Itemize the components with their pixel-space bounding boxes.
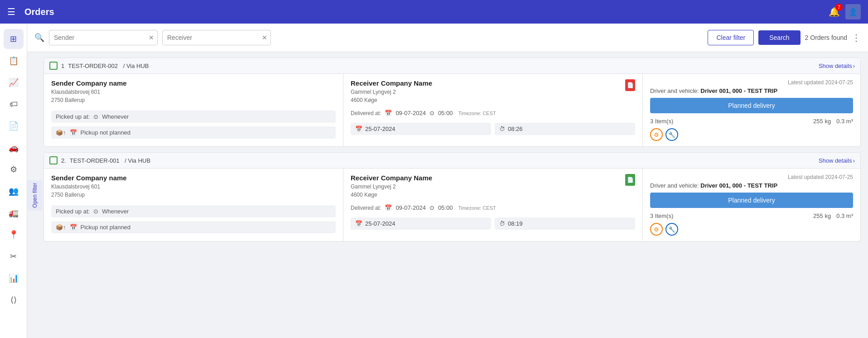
receiver-section: Receiver Company Name Gammel Lyngvej 2 4… <box>343 169 643 241</box>
driver-value: Driver 001, 000 - TEST TRIP <box>700 182 777 189</box>
receiver-address: Gammel Lyngvej 2 4600 Køge <box>351 183 432 199</box>
pickup-bar: 📦↑ 📅 Pickup not planned <box>51 126 336 139</box>
document-icon-green: 📄 <box>625 174 635 186</box>
sidebar-item-users[interactable]: 👥 <box>4 181 24 201</box>
order-number: 1 <box>61 63 64 69</box>
sidebar-item-dashboard[interactable]: ⊞ <box>4 29 24 49</box>
action-icons: ⚙ 🔧 <box>650 223 853 236</box>
delivery-time-icon: ⏱ <box>499 126 505 132</box>
sidebar-item-reports[interactable]: 📊 <box>4 268 24 288</box>
delivery-time-pill: ⏱ 08:19 <box>495 217 635 230</box>
box-icon: 📦↑ <box>56 129 66 136</box>
planned-delivery-button[interactable]: Planned delivery <box>650 193 853 208</box>
latest-updated: Latest updated 2024-07-25 <box>788 79 853 86</box>
order-checkbox[interactable] <box>49 62 58 70</box>
order-id: TEST-ORDER-002 <box>68 63 118 69</box>
sidebar-item-locations[interactable]: 📍 <box>4 225 24 245</box>
sidebar-item-documents[interactable]: 📄 <box>4 116 24 136</box>
info-top: Latest updated 2024-07-25 <box>650 79 853 86</box>
sender-section: Sender Company name Klausdalsbrovej 601 … <box>44 74 343 146</box>
sidebar-item-vehicles[interactable]: 🚗 <box>4 138 24 158</box>
receiver-section: Receiver Company Name Gammel Lyngvej 2 4… <box>343 74 643 146</box>
user-avatar[interactable]: 👤 <box>845 4 861 19</box>
delivered-clock-icon: ⊙ <box>429 110 434 116</box>
delivered-cal-icon: 📅 <box>385 110 392 116</box>
sender-address: Klausdalsbrovej 601 2750 Ballerup <box>51 183 336 199</box>
order-body: Sender Company name Klausdalsbrovej 601 … <box>44 169 860 241</box>
document-icon-red: 📄 <box>625 79 635 91</box>
action-icon-settings[interactable]: ⚙ <box>650 223 663 236</box>
receiver-clear-icon[interactable]: ✕ <box>262 34 267 41</box>
order-card: 1 TEST-ORDER-002 / Via HUB Show details … <box>43 58 861 147</box>
receiver-company: Receiver Company Name <box>351 174 432 182</box>
content-area: 🔍 ✕ ✕ Clear filter Search 2 Orders found… <box>27 24 868 338</box>
receiver-address: Gammel Lyngvej 2 4600 Køge <box>351 88 432 104</box>
items-count: 3 Item(s) <box>650 212 673 219</box>
search-button[interactable]: Search <box>758 30 800 45</box>
order-card: 2. TEST-ORDER-001 / Via HUB Show details… <box>43 152 861 241</box>
page-title: Orders <box>24 7 829 17</box>
sidebar-item-fleet[interactable]: 🚛 <box>4 203 24 223</box>
calendar-icon: 📅 <box>70 129 77 136</box>
sidebar-item-analytics[interactable]: 📈 <box>4 72 24 92</box>
delivered-tz: Timezone: CEST <box>458 111 496 116</box>
volume: 0.3 m³ <box>836 212 853 219</box>
sidebar-item-tools[interactable]: ✂ <box>4 246 24 266</box>
clear-filter-button[interactable]: Clear filter <box>708 30 754 45</box>
sidebar: ⊞ 📋 📈 🏷 📄 🚗 ⚙ 👥 🚛 📍 ✂ 📊 ⟨⟩ <box>0 24 27 338</box>
delivery-date-pill: 📅 25-07-2024 <box>351 123 491 135</box>
action-icon-wrench[interactable]: 🔧 <box>665 223 678 236</box>
delivery-time-icon: ⏱ <box>499 220 505 227</box>
topnav-icons: 🔔 7 👤 <box>829 4 861 19</box>
delivery-dates: 📅 25-07-2024 ⏱ 08:26 <box>351 123 635 135</box>
order-checkbox[interactable] <box>49 156 58 164</box>
pickup-clock-icon: ⊙ <box>93 208 98 215</box>
order-info-section: Latest updated 2024-07-25 Driver and veh… <box>643 74 860 146</box>
delivered-date: 09-07-2024 <box>395 204 426 211</box>
delivery-date: 25-07-2024 <box>365 220 395 227</box>
delivery-cal-icon: 📅 <box>355 220 362 227</box>
delivered-time: 05:00 <box>438 110 453 116</box>
order-via: / Via HUB <box>121 63 149 69</box>
filter-search-icon: 🔍 <box>34 33 44 43</box>
pickup-bar-value: Pickup not planned <box>81 129 131 136</box>
orders-found-label: 2 Orders found <box>805 34 847 41</box>
notification-count: 7 <box>835 4 843 11</box>
order-number: 2. <box>61 157 66 164</box>
planned-delivery-button[interactable]: Planned delivery <box>650 98 853 113</box>
action-icon-settings[interactable]: ⚙ <box>650 128 663 141</box>
driver-row: Driver and vehicle: Driver 001, 000 - TE… <box>650 182 853 189</box>
action-icon-wrench[interactable]: 🔧 <box>665 128 678 141</box>
show-details-link[interactable]: Show details › <box>819 157 855 164</box>
driver-value: Driver 001, 000 - TEST TRIP <box>700 87 777 94</box>
sidebar-item-labels[interactable]: 🏷 <box>4 94 24 114</box>
sender-section: Sender Company name Klausdalsbrovej 601 … <box>44 169 343 241</box>
notification-bell[interactable]: 🔔 7 <box>829 6 840 17</box>
sidebar-item-code[interactable]: ⟨⟩ <box>4 290 24 310</box>
order-body: Sender Company name Klausdalsbrovej 601 … <box>44 74 860 146</box>
volume: 0.3 m³ <box>836 118 853 125</box>
hamburger-menu[interactable]: ☰ <box>7 6 15 17</box>
pickup-clock-icon: ⊙ <box>93 113 98 120</box>
order-info-section: Latest updated 2024-07-25 Driver and veh… <box>643 169 860 241</box>
delivered-time: 05:00 <box>438 204 453 211</box>
pickup-label: Picked up at: <box>56 208 90 215</box>
receiver-filter-wrap: ✕ <box>162 30 271 45</box>
show-details-link[interactable]: Show details › <box>819 63 855 69</box>
items-count: 3 Item(s) <box>650 118 673 125</box>
open-filter-tab[interactable]: Open filter <box>27 180 43 210</box>
delivery-dates: 📅 25-07-2024 ⏱ 08:19 <box>351 217 635 230</box>
delivery-time: 08:19 <box>508 220 523 227</box>
sender-input[interactable] <box>49 30 158 45</box>
driver-row: Driver and vehicle: Driver 001, 000 - TE… <box>650 87 853 94</box>
delivered-tz: Timezone: CEST <box>458 205 496 211</box>
sidebar-item-orders[interactable]: 📋 <box>4 51 24 71</box>
sidebar-item-settings[interactable]: ⚙ <box>4 159 24 179</box>
delivery-time: 08:26 <box>508 126 523 132</box>
sender-filter-wrap: ✕ <box>49 30 158 45</box>
box-icon: 📦↑ <box>56 224 66 231</box>
more-options-icon[interactable]: ⋮ <box>852 32 861 43</box>
topnav: ☰ Orders 🔔 7 👤 <box>0 0 868 24</box>
sender-clear-icon[interactable]: ✕ <box>149 34 154 41</box>
receiver-input[interactable] <box>162 30 271 45</box>
